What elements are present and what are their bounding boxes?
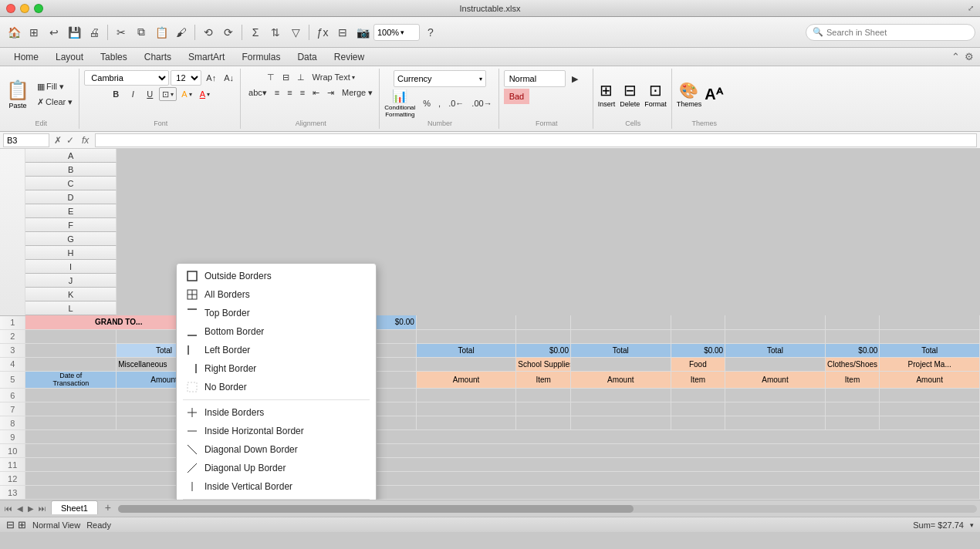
menu-smartart[interactable]: SmartArt: [181, 49, 232, 65]
cells-format-btn[interactable]: ⊡ Format: [644, 81, 667, 108]
cell-row12[interactable]: [25, 472, 980, 486]
zoom-control[interactable]: 100% ▾: [373, 24, 420, 41]
dropdown-item-outside-borders[interactable]: Outside Borders: [177, 267, 376, 285]
format-more-btn[interactable]: ▶: [569, 72, 581, 86]
col-header-E[interactable]: E: [25, 204, 116, 218]
cell-K7[interactable]: [825, 402, 880, 416]
clear-btn[interactable]: ✗ Clear ▾: [34, 95, 76, 109]
menu-tables[interactable]: Tables: [93, 49, 135, 65]
col-header-B[interactable]: B: [25, 163, 116, 177]
cell-L8[interactable]: [880, 416, 980, 430]
hscrollbar-track[interactable]: [118, 505, 977, 513]
conditional-btn[interactable]: 📊 ConditionalFormatting: [384, 89, 415, 118]
cell-A6[interactable]: [25, 389, 117, 402]
cell-A2[interactable]: [25, 329, 117, 343]
col-header-G[interactable]: G: [25, 232, 116, 246]
cell-H1[interactable]: [571, 315, 671, 329]
cell-F7[interactable]: [416, 402, 516, 416]
col-header-H[interactable]: H: [25, 246, 116, 260]
cell-H2[interactable]: [571, 329, 671, 343]
undo-icon[interactable]: ↩: [45, 23, 63, 42]
cell-G6[interactable]: [516, 389, 571, 402]
font-family-select[interactable]: Cambria: [84, 70, 169, 86]
percent-btn[interactable]: %: [420, 96, 434, 110]
themes-btn[interactable]: 🎨 Themes: [677, 81, 702, 108]
cell-row13[interactable]: [25, 486, 980, 500]
menu-layout[interactable]: Layout: [48, 49, 91, 65]
paste-btn[interactable]: 📋 Paste: [6, 79, 29, 109]
number-format-dropdown[interactable]: Currency ▾: [394, 70, 486, 87]
insert-btn[interactable]: ⊞ Insert: [598, 81, 616, 108]
cell-A8[interactable]: [25, 416, 117, 430]
cell-L2[interactable]: [880, 329, 980, 343]
wrap-text-btn[interactable]: Wrap Text ▾: [309, 70, 358, 84]
cell-J3[interactable]: Total: [725, 343, 826, 357]
increase-indent-btn[interactable]: ⇥: [324, 86, 337, 99]
normal-view-icon[interactable]: ⊟: [6, 519, 15, 530]
cell-reference-box[interactable]: B3: [3, 133, 49, 147]
cell-K2[interactable]: [825, 329, 880, 343]
cell-F3[interactable]: Total: [416, 343, 516, 357]
underline-btn[interactable]: U: [142, 87, 157, 101]
window-controls[interactable]: [6, 4, 43, 13]
next-sheet-icon[interactable]: ▶: [26, 504, 35, 513]
cell-H8[interactable]: [571, 416, 671, 430]
maximize-button[interactable]: [34, 4, 43, 13]
decrease-indent-btn[interactable]: ⇤: [309, 86, 323, 99]
cell-F8[interactable]: [416, 416, 516, 430]
cell-L7[interactable]: [880, 402, 980, 416]
col-header-C[interactable]: C: [25, 177, 116, 190]
dropdown-item-inside-horizontal[interactable]: Inside Horizontal Border: [177, 422, 376, 440]
cell-J5[interactable]: Amount: [725, 371, 826, 389]
menu-charts[interactable]: Charts: [137, 49, 179, 65]
cell-H5[interactable]: Amount: [571, 371, 671, 389]
cell-row11[interactable]: [25, 458, 980, 472]
dropdown-item-inside-borders[interactable]: Inside Borders: [177, 403, 376, 422]
collapse-ribbon-icon[interactable]: ⌃: [951, 51, 960, 62]
copy-icon[interactable]: ⧉: [132, 23, 150, 42]
confirm-formula-icon[interactable]: ✓: [65, 135, 76, 146]
cell-F1[interactable]: [416, 315, 516, 329]
sum-dropdown[interactable]: ▾: [970, 521, 974, 529]
table-icon[interactable]: ⊟: [333, 23, 352, 42]
paste-icon[interactable]: 📋: [152, 23, 171, 42]
cancel-formula-icon[interactable]: ✗: [52, 135, 63, 146]
cell-G1[interactable]: [516, 315, 571, 329]
col-header-A[interactable]: A: [25, 149, 116, 163]
cell-H6[interactable]: [571, 389, 671, 402]
formula-input[interactable]: [95, 133, 977, 147]
sort-icon[interactable]: ⇅: [266, 23, 285, 42]
comma-btn[interactable]: ,: [435, 96, 444, 110]
decrease-font-btn[interactable]: A↓: [221, 71, 237, 85]
redo-icon[interactable]: ⟳: [219, 23, 238, 42]
home-icon[interactable]: 🏠: [5, 23, 23, 42]
menu-review[interactable]: Review: [326, 49, 372, 65]
filter-icon[interactable]: ▽: [286, 23, 305, 42]
cell-row10[interactable]: [25, 444, 980, 458]
border-btn[interactable]: ⊡ ▾: [159, 87, 177, 101]
cell-G4[interactable]: School Supplies: [516, 357, 571, 371]
cell-L5[interactable]: Amount: [880, 371, 980, 389]
cell-J7[interactable]: [725, 402, 826, 416]
cell-K4[interactable]: Clothes/Shoes: [825, 357, 880, 371]
cell-J8[interactable]: [725, 416, 826, 430]
cell-L3[interactable]: Total: [880, 343, 980, 357]
aa-btn[interactable]: Aᴬ: [705, 85, 722, 104]
cell-A3[interactable]: [25, 343, 117, 357]
cell-F2[interactable]: [416, 329, 516, 343]
dropdown-item-bottom-border[interactable]: Bottom Border: [177, 322, 376, 341]
wrap-text-dropdown[interactable]: ▾: [352, 74, 355, 81]
cell-K5[interactable]: Item: [825, 371, 880, 389]
align-bottom-btn[interactable]: ⊥: [294, 70, 308, 84]
cell-I5[interactable]: Item: [671, 371, 725, 389]
cell-J1[interactable]: [725, 315, 826, 329]
cell-I4[interactable]: Food: [671, 357, 725, 371]
cell-F4[interactable]: [416, 357, 516, 371]
save-icon[interactable]: 💾: [65, 23, 83, 42]
delete-btn[interactable]: ⊟ Delete: [620, 81, 640, 108]
print-icon[interactable]: 🖨: [85, 23, 103, 42]
first-sheet-icon[interactable]: ⏮: [3, 504, 14, 513]
last-sheet-icon[interactable]: ⏭: [37, 504, 48, 513]
cell-L4[interactable]: Project Ma...: [880, 357, 980, 371]
col-header-I[interactable]: I: [25, 260, 116, 274]
